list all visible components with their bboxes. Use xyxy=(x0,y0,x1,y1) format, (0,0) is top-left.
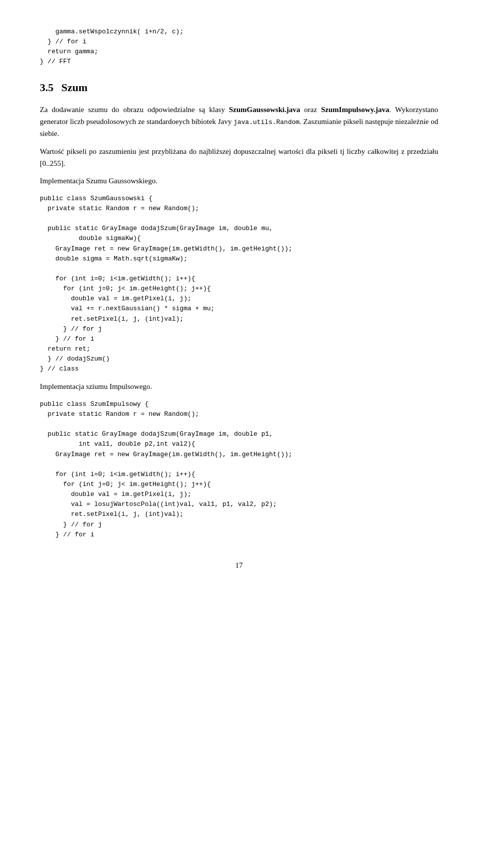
section-title: Szum xyxy=(61,81,88,94)
section-number: 3.5 xyxy=(40,81,54,94)
intro-line1: gamma.setWspolczynnik( i+n/2, c); xyxy=(55,28,183,35)
intro-code-block: gamma.setWspolczynnik( i+n/2, c); } // f… xyxy=(40,27,438,67)
impl-gauss-label: Implementacja Szumu Gaussowskiego. xyxy=(40,175,438,187)
inline-code-random: java.utils.Random xyxy=(234,119,300,126)
page-content: gamma.setWspolczynnik( i+n/2, c); } // f… xyxy=(40,27,438,571)
intro-line2: } // for i xyxy=(48,38,87,45)
page-number: 17 xyxy=(40,560,438,571)
bold-szumimpulsowy: SzumImpulsowy.java xyxy=(321,106,389,114)
intro-line3: return gamma; xyxy=(48,48,98,55)
paragraph-1: Za dodawanie szumu do obrazu odpowiedzia… xyxy=(40,104,438,140)
intro-line4: } // FFT xyxy=(40,58,71,65)
gauss-code-block: public class SzumGaussowski { private st… xyxy=(40,194,438,374)
section-header: 3.5 Szum xyxy=(40,79,438,96)
impl-impulse-label: Implementacja sziumu Impulsowego. xyxy=(40,381,438,392)
impulse-code-block: public class SzumImpulsowy { private sta… xyxy=(40,399,438,540)
paragraph-2: Wartość pikseli po zaszumieniu jest przy… xyxy=(40,145,438,169)
bold-szumgaussowski: SzumGaussow­ski.java xyxy=(229,106,300,114)
